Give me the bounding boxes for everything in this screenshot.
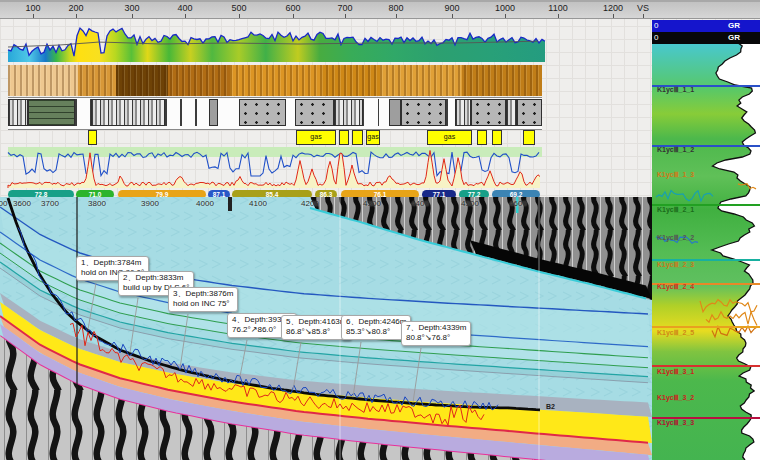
formation-top-label: K1ycⅢ_2_4 [657,283,694,291]
geosteering-app: 100200300400500600700800900100011001200V… [0,0,760,460]
gr-correlation-panel[interactable] [652,0,760,460]
formation-top-line [652,365,760,367]
formation-top-label: K1ycⅢ_2_3 [657,261,694,269]
formation-top-label: K1ycⅢ_1_1 [657,86,694,94]
annotation-detail: hold on INC 75° [173,299,233,309]
trajectory-annotation[interactable]: 7、Depth:4339m80.8°↘76.8° [401,321,471,346]
target-point-label: B2 [546,403,555,410]
gr-curve-name: GR [728,20,740,32]
gr-scale-min: 0 [654,32,658,44]
seismic-section[interactable]: 0036003700380039004000410042004300440045… [0,197,652,460]
gr-header-primary: 0 GR [652,20,760,32]
annotation-depth: 2、Depth:3833m [123,273,189,283]
annotation-depth: 1、Depth:3784m [81,258,144,268]
annotation-detail: 86.8°↘85.8° [286,327,346,337]
annotation-depth: 5、Depth:4163m [286,317,346,327]
annotation-layer: 1、Depth:3784mhold on INC 86.0°2、Depth:38… [0,0,652,460]
trajectory-annotation[interactable]: 3、Depth:3876mhold on INC 75° [168,287,238,312]
gr-header-secondary: 0 GR [652,32,760,44]
formation-top-label: K1ycⅢ_3_2 [657,394,694,402]
formation-top-label: K1ycⅢ_1_3 [657,171,694,179]
gr-scale-min: 0 [654,20,658,32]
formation-top-label: K1ycⅢ_2_1 [657,206,694,214]
formation-top-line [652,326,760,328]
annotation-detail: 85.3°↘80.8° [346,327,406,337]
formation-top-label: K1ycⅢ_3_3 [657,419,694,427]
formation-top-label: K1ycⅢ_2_5 [657,329,694,337]
annotation-detail: 80.8°↘76.8° [406,333,466,343]
formation-top-label: K1ycⅢ_1_2 [657,146,694,154]
gr-curve-name: GR [728,32,740,44]
annotation-depth: 6、Depth:4246m [346,317,406,327]
formation-top-label: K1ycⅢ_3_1 [657,368,694,376]
annotation-depth: 7、Depth:4339m [406,323,466,333]
annotation-depth: 3、Depth:3876m [173,289,233,299]
formation-top-label: K1ycⅢ_2_2 [657,234,694,242]
